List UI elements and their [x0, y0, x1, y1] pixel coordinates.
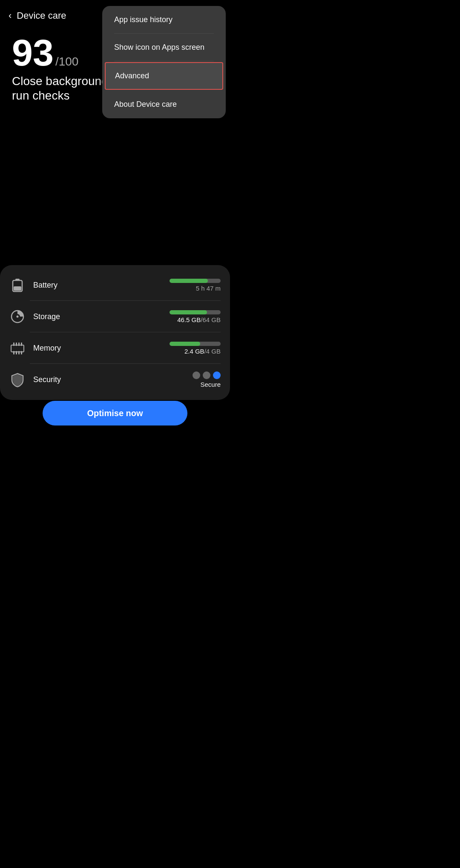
- memory-label: Memory: [33, 344, 170, 353]
- storage-progress-fill: [170, 310, 207, 314]
- memory-card[interactable]: Memory 2.4 GB/4 GB: [0, 332, 230, 364]
- svg-rect-14: [21, 351, 22, 354]
- back-button[interactable]: ‹: [9, 10, 12, 21]
- svg-rect-11: [13, 351, 14, 354]
- svg-rect-2: [14, 286, 21, 291]
- menu-item-about[interactable]: About Device care: [102, 91, 226, 118]
- security-card[interactable]: Security Secure: [0, 364, 230, 396]
- cards-container: Battery 5 h 47 m Storage 46.5 GB/64 GB: [0, 265, 230, 400]
- storage-value: 46.5 GB/64 GB: [177, 316, 221, 323]
- memory-progress-fill: [170, 342, 200, 346]
- memory-value: 2.4 GB/4 GB: [184, 348, 221, 355]
- security-dots: [193, 371, 221, 379]
- svg-rect-1: [15, 279, 20, 281]
- menu-item-show-icon[interactable]: Show icon on Apps screen: [102, 34, 226, 61]
- battery-progress-fill: [170, 279, 208, 283]
- svg-rect-7: [13, 343, 14, 346]
- battery-card[interactable]: Battery 5 h 47 m: [0, 269, 230, 301]
- security-right: Secure: [193, 371, 221, 388]
- svg-rect-8: [16, 343, 17, 346]
- optimise-button[interactable]: Optimise now: [43, 401, 187, 425]
- security-label: Security: [33, 375, 193, 384]
- svg-rect-13: [18, 351, 20, 354]
- svg-point-5: [17, 316, 19, 318]
- menu-item-app-issue-history[interactable]: App issue history: [102, 6, 226, 34]
- security-dot-3: [213, 371, 221, 379]
- memory-progress-bg: [170, 342, 221, 346]
- memory-right: 2.4 GB/4 GB: [170, 342, 221, 355]
- menu-item-advanced[interactable]: Advanced: [105, 62, 223, 90]
- svg-rect-10: [21, 343, 22, 346]
- svg-rect-9: [18, 343, 20, 346]
- security-status: Secure: [200, 381, 221, 388]
- battery-value: 5 h 47 m: [196, 285, 221, 292]
- battery-label: Battery: [33, 281, 170, 290]
- storage-right: 46.5 GB/64 GB: [170, 310, 221, 323]
- page-title: Device care: [17, 10, 66, 21]
- storage-label: Storage: [33, 312, 170, 321]
- security-dot-2: [203, 371, 210, 379]
- storage-card[interactable]: Storage 46.5 GB/64 GB: [0, 301, 230, 332]
- memory-icon: [9, 340, 26, 356]
- score-max: /100: [55, 55, 79, 69]
- storage-icon: [9, 308, 26, 325]
- security-icon: [9, 372, 26, 388]
- battery-icon: [9, 277, 26, 293]
- score-number: 93: [12, 34, 54, 71]
- svg-rect-12: [16, 351, 17, 354]
- storage-progress-bg: [170, 310, 221, 314]
- battery-right: 5 h 47 m: [170, 279, 221, 292]
- battery-progress-bg: [170, 279, 221, 283]
- security-dot-1: [193, 371, 200, 379]
- dropdown-menu: App issue history Show icon on Apps scre…: [102, 6, 226, 118]
- svg-rect-6: [11, 345, 24, 352]
